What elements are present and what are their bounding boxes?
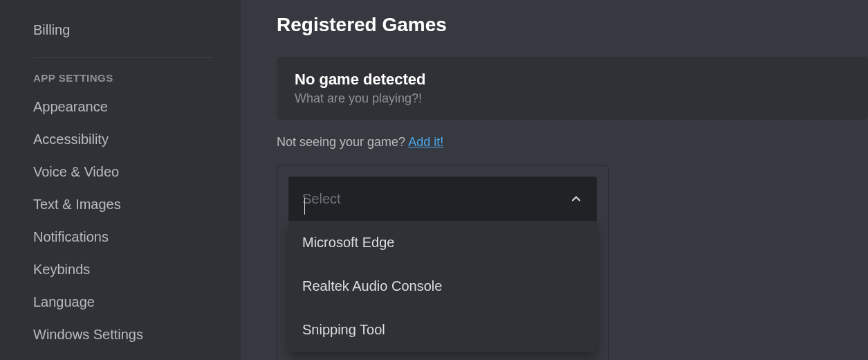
game-detection-panel: No game detected What are you playing?! (277, 57, 868, 120)
game-select-input-row[interactable] (288, 177, 597, 221)
sidebar-item-appearance[interactable]: Appearance (33, 91, 241, 123)
game-select-dropdown: Microsoft Edge Realtek Audio Console Sni… (288, 221, 597, 352)
dropdown-option[interactable]: Snipping Tool (288, 308, 597, 352)
dropdown-option[interactable]: Microsoft Edge (288, 221, 597, 264)
sidebar-item-windows-settings[interactable]: Windows Settings (33, 318, 241, 351)
sidebar-item-notifications[interactable]: Notifications (33, 221, 241, 253)
sidebar-item-voice-video[interactable]: Voice & Video (33, 156, 241, 188)
text-caret (304, 198, 305, 215)
chevron-up-icon[interactable] (569, 192, 583, 206)
sidebar-item-keybinds[interactable]: Keybinds (33, 253, 241, 286)
sidebar-item-text-images[interactable]: Text & Images (33, 188, 241, 221)
add-game-prompt: Not seeing your game? Add it! (277, 135, 868, 150)
detection-subtext: What are you playing?! (295, 91, 850, 106)
sidebar-item-accessibility[interactable]: Accessibility (33, 123, 241, 156)
sidebar-section-header: App Settings (33, 72, 241, 91)
app-root: Billing App Settings Appearance Accessib… (0, 0, 868, 360)
game-select[interactable]: Microsoft Edge Realtek Audio Console Sni… (277, 165, 609, 360)
page-title: Registered Games (277, 14, 868, 36)
main-content: Registered Games No game detected What a… (241, 0, 868, 360)
game-select-input[interactable] (302, 191, 477, 207)
settings-sidebar: Billing App Settings Appearance Accessib… (0, 0, 241, 360)
detection-heading: No game detected (295, 71, 850, 89)
dropdown-option[interactable]: Realtek Audio Console (288, 264, 597, 308)
add-game-prompt-text: Not seeing your game? (277, 135, 408, 149)
sidebar-item-language[interactable]: Language (33, 286, 241, 318)
add-game-link[interactable]: Add it! (408, 135, 443, 149)
sidebar-item-billing[interactable]: Billing (33, 14, 241, 46)
sidebar-divider (33, 57, 213, 58)
